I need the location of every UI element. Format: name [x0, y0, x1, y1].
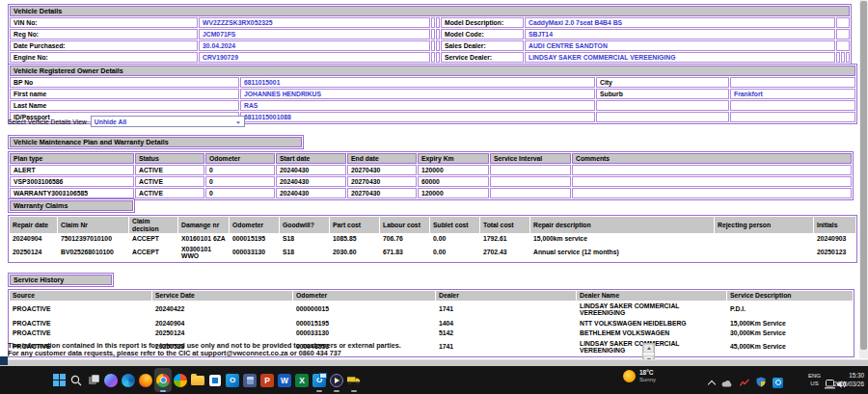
cell: 45,000Km Service: [727, 339, 853, 355]
model-code-field[interactable]: SBJT14: [525, 29, 835, 39]
table-row: 20250124BV025268010100ACCEPTX0300101 WWO…: [10, 245, 855, 261]
outlook-tray-icon[interactable]: [773, 378, 783, 388]
weather-temperature: 18°C: [639, 369, 656, 377]
first-name-field[interactable]: JOHANNES HENDRIKUS: [240, 89, 595, 99]
engine-no-field[interactable]: CRV190729: [199, 52, 430, 63]
suburb-field[interactable]: Frankfort: [730, 89, 855, 99]
table-row: WARRANTY3003106585ACTIVE0202404302027043…: [10, 188, 852, 198]
field-label: [596, 112, 729, 122]
cell: 20240430: [276, 165, 346, 175]
mini-cell: [431, 52, 435, 63]
edge-icon: [122, 374, 135, 387]
table-row: Reg No: JCM071FS Model Code: SBJT14: [10, 29, 850, 39]
column-header: Odometer: [205, 153, 275, 164]
model-description-field[interactable]: CaddyMaxi 2.0 7seat B4B4 BS: [525, 17, 835, 28]
cell: 20240430: [276, 176, 346, 187]
cell: 2702.43: [480, 245, 529, 261]
column-header: Service Description: [727, 291, 853, 301]
taskbar-word-button[interactable]: [276, 368, 293, 392]
taskbar-firefox-button[interactable]: [137, 368, 154, 392]
hidden-icons-chevron-icon[interactable]: [708, 380, 716, 387]
bp-no-field[interactable]: 6811015001: [240, 77, 595, 88]
cell: ALERT: [10, 165, 134, 175]
city-field[interactable]: [730, 77, 855, 88]
field-label: Model Code:: [441, 29, 524, 39]
mini-cell: [431, 29, 435, 39]
vehicle-details-view-select[interactable]: Unhide All ⌄: [91, 116, 245, 127]
cell: 000000015: [293, 302, 435, 318]
mini-cell: [836, 17, 850, 28]
vertical-scrollbar[interactable]: [859, 0, 868, 358]
taskbar-file-explorer-button[interactable]: [189, 368, 206, 392]
cell: BETHLEHEM VOLKSWAGEN: [577, 328, 726, 338]
mini-cell: [836, 40, 850, 51]
column-header: Source: [10, 291, 151, 301]
service-dealer-field[interactable]: LINDSAY SAKER COMMERCIAL VEREENIGING: [525, 52, 835, 63]
disclaimer-line: For any customer data requests, please r…: [8, 350, 644, 357]
performance-alert-icon[interactable]: [740, 374, 749, 391]
windows-security-shield-icon[interactable]: [756, 374, 766, 391]
onedrive-icon[interactable]: [721, 374, 733, 391]
taskbar-vehicle-app-button[interactable]: [345, 368, 363, 392]
id-passport-field[interactable]: 6811015001088: [240, 112, 595, 122]
scrollbar-thumb[interactable]: [860, 1, 867, 350]
weather-widget[interactable]: 18°C Sunny: [623, 369, 656, 383]
taskbar-powerpoint-button[interactable]: [258, 368, 276, 392]
empty-field[interactable]: [730, 112, 855, 122]
taskbar-search-button[interactable]: [68, 368, 85, 392]
cell: 75012397010100: [58, 234, 128, 244]
language-indicator[interactable]: ENG US: [808, 373, 821, 387]
taskbar-excel-button[interactable]: [293, 368, 311, 392]
section-title: Vehicle Registered Owner Details: [10, 66, 855, 76]
photos-icon: [174, 374, 187, 387]
field-label: Model Description:: [441, 17, 524, 28]
cell: ACTIVE: [135, 188, 204, 198]
taskbar-start-button[interactable]: [50, 368, 68, 392]
cell: 120000: [418, 165, 489, 175]
cell: 20250124: [10, 245, 57, 261]
taskbar-copilot-button[interactable]: [102, 368, 120, 392]
field-label: [596, 100, 729, 111]
report-page: Vehicle Details VIN No: WV2ZZZSK3RX05232…: [0, 0, 868, 394]
last-name-field[interactable]: RAS: [240, 100, 595, 111]
taskbar-outlook-mail-button[interactable]: [311, 368, 328, 392]
cell: 20240422: [152, 302, 292, 318]
column-header: Total cost: [480, 217, 529, 233]
clock[interactable]: 15:30 2025/03/26: [833, 372, 864, 388]
field-label: Suburb: [596, 89, 729, 99]
table-row: VSP3003106586ACTIVE020240430202704306000…: [10, 176, 852, 187]
section-title: Service History: [10, 275, 112, 285]
empty-field[interactable]: [730, 100, 855, 111]
taskbar-outlook-button[interactable]: [224, 368, 241, 392]
word-icon: [278, 374, 291, 387]
taskbar-calculator-button[interactable]: [241, 368, 258, 392]
taskbar-task-view-button[interactable]: [85, 368, 102, 392]
cell: ACCEPT: [129, 234, 177, 244]
reg-no-field[interactable]: JCM071FS: [199, 29, 430, 39]
cell: BV025268010100: [58, 245, 128, 261]
field-label: VIN No:: [10, 17, 198, 28]
taskbar-media-player-button[interactable]: [328, 368, 345, 392]
scroll-up-arrow-icon[interactable]: [643, 344, 654, 353]
taskbar-edge-button[interactable]: [120, 368, 137, 392]
sales-dealer-field[interactable]: AUDI CENTRE SANDTON: [525, 40, 835, 51]
taskbar-store-button[interactable]: [206, 368, 224, 392]
table-row: ALERTACTIVE02024043020270430120000: [10, 165, 852, 175]
mini-cell: [436, 52, 440, 63]
vin-field[interactable]: WV2ZZZSK3RX052325: [199, 17, 430, 28]
mini-cell: [436, 40, 440, 51]
cell: 2030.60: [330, 245, 379, 261]
cell: X0300101 WWO: [178, 245, 229, 261]
taskbar-chrome-button[interactable]: [154, 368, 172, 392]
media-player-icon: [330, 374, 343, 387]
column-header: Repair description: [530, 217, 714, 233]
cell: LINDSAY SAKER COMMERCIAL VEREENIGING: [577, 302, 726, 318]
taskbar-photos-button[interactable]: [172, 368, 189, 392]
cell: 1741: [436, 302, 576, 318]
field-label: First name: [10, 89, 239, 99]
cell: 20240904: [152, 319, 292, 328]
section-title: Vehicle Maintenance Plan and Warranty De…: [10, 137, 302, 147]
date-purchased-field[interactable]: 30.04.2024: [199, 40, 430, 51]
cell: S18: [280, 245, 329, 261]
cell: 20250123: [814, 245, 855, 261]
